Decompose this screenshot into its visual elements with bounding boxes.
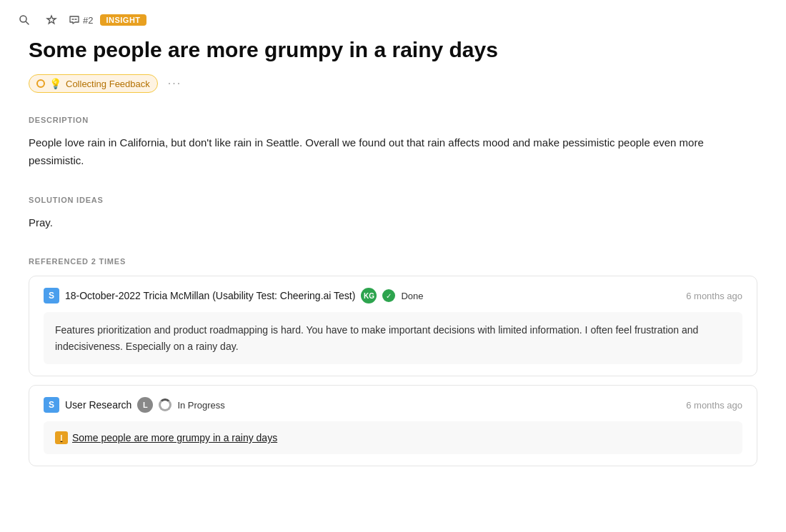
insight-ref-link[interactable]: I Some people are more grumpy in a rainy… <box>55 431 731 444</box>
insight-badge: INSIGHT <box>100 14 146 26</box>
ref-avatar-2: L <box>137 397 153 413</box>
ref-title-1: 18-October-2022 Tricia McMillan (Usabili… <box>65 290 355 301</box>
thread-number: #2 <box>83 15 93 26</box>
search-button[interactable] <box>14 10 34 30</box>
status-row: 💡 Collecting Feedback ··· <box>29 74 757 93</box>
solution-section: SOLUTION IDEAS Pray. <box>29 196 757 232</box>
ref-source-icon-1: S <box>44 288 59 303</box>
status-circle-icon <box>36 79 45 88</box>
ref-header-left-1: S 18-October-2022 Tricia McMillan (Usabi… <box>44 288 424 303</box>
reference-card-2: S User Research L In Progress 6 months a… <box>29 385 757 466</box>
status-label: Collecting Feedback <box>66 79 150 89</box>
thread-badge[interactable]: #2 <box>69 14 93 26</box>
description-text: People love rain in California, but don'… <box>29 134 757 170</box>
solution-text: Pray. <box>29 214 757 232</box>
ref-time-2: 6 months ago <box>686 400 742 411</box>
status-pill[interactable]: 💡 Collecting Feedback <box>29 74 158 93</box>
ref-body-2: I Some people are more grumpy in a rainy… <box>44 421 742 454</box>
in-progress-icon-2 <box>159 398 171 411</box>
ref-quote-1: Features prioritization and product road… <box>55 322 731 354</box>
ref-time-1: 6 months ago <box>686 291 742 301</box>
done-icon-1: ✓ <box>382 289 395 302</box>
description-label: DESCRIPTION <box>29 116 757 124</box>
referenced-label: REFERENCED 2 TIMES <box>29 257 757 266</box>
ref-header-left-2: S User Research L In Progress <box>44 397 225 413</box>
top-bar: #2 INSIGHT <box>0 0 786 37</box>
more-options-button[interactable]: ··· <box>164 76 186 91</box>
page-title: Some people are more grumpy in a rainy d… <box>29 37 757 63</box>
description-section: DESCRIPTION People love rain in Californ… <box>29 116 757 170</box>
ref-title-2: User Research <box>65 399 131 411</box>
ref-body-1: Features prioritization and product road… <box>44 312 742 364</box>
ref-avatar-1: KG <box>361 288 377 303</box>
star-button[interactable] <box>41 10 61 30</box>
insight-link-text[interactable]: Some people are more grumpy in a rainy d… <box>72 432 277 443</box>
ref-header-2: S User Research L In Progress 6 months a… <box>44 397 742 413</box>
ref-source-icon-2: S <box>44 397 59 413</box>
main-content: Some people are more grumpy in a rainy d… <box>0 37 786 509</box>
bulb-icon: 💡 <box>49 78 61 89</box>
ref-header-1: S 18-October-2022 Tricia McMillan (Usabi… <box>44 288 742 303</box>
done-status-1: Done <box>401 291 423 301</box>
insight-mini-icon: I <box>55 431 68 444</box>
in-progress-status-2: In Progress <box>177 400 224 411</box>
referenced-section: REFERENCED 2 TIMES S 18-October-2022 Tri… <box>29 257 757 466</box>
svg-point-0 <box>20 16 26 22</box>
solution-label: SOLUTION IDEAS <box>29 196 757 204</box>
reference-card-1: S 18-October-2022 Tricia McMillan (Usabi… <box>29 276 757 376</box>
svg-line-1 <box>26 22 29 25</box>
